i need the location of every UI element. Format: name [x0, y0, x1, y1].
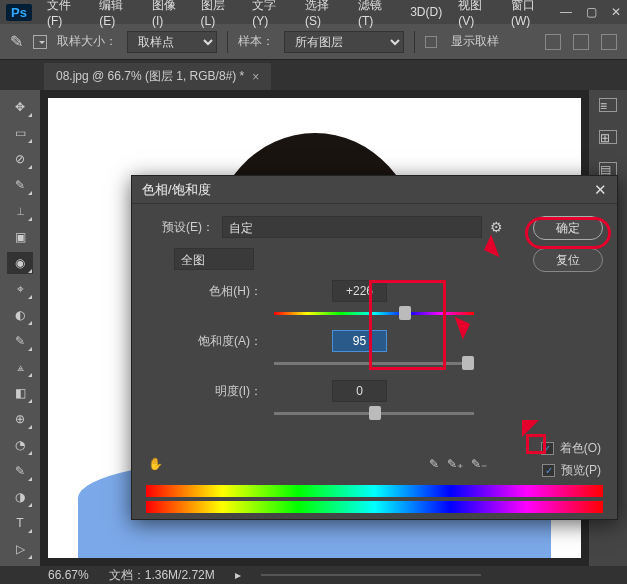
stamp-tool[interactable]: ✎ — [7, 330, 33, 352]
layers-icon[interactable]: ▤ — [599, 162, 617, 176]
hue-saturation-dialog: 色相/饱和度 ✕ 预设(E)： 自定 ⚙ 全图 色相(H)： +226 饱和度(… — [131, 175, 618, 520]
sample-select[interactable]: 所有图层 — [284, 31, 404, 53]
adjustments-icon[interactable]: ≡ — [599, 98, 617, 112]
menu-window[interactable]: 窗口(W) — [504, 0, 558, 31]
zoom-level[interactable]: 66.67% — [48, 568, 89, 582]
status-bar: 66.67% 文档：1.36M/2.72M ▸ — [0, 566, 627, 584]
lightness-slider[interactable] — [274, 406, 474, 420]
preview-label: 预览(P) — [561, 462, 601, 479]
eyedropper-tool-icon: ✎ — [10, 32, 23, 51]
tools-panel: ✥ ▭ ⊘ ✎ ⟂ ▣ ◉ ⌖ ◐ ✎ ⟁ ◧ ⊕ ◔ ✎ ◑ T ▷ — [0, 90, 40, 566]
frame-tool[interactable]: ▣ — [7, 226, 33, 248]
tool-preset-dropdown[interactable] — [33, 35, 47, 49]
spectrum-bar-top — [146, 485, 603, 497]
menu-3d[interactable]: 3D(D) — [403, 2, 449, 22]
doc-size: 文档：1.36M/2.72M — [109, 567, 215, 584]
hue-label: 色相(H)： — [174, 283, 262, 300]
brush-tool[interactable]: ◐ — [7, 304, 33, 326]
document-tab[interactable]: 08.jpg @ 66.7% (图层 1, RGB/8#) * × — [44, 63, 271, 90]
colorize-checkbox[interactable]: ✓ — [541, 442, 554, 455]
wand-tool[interactable]: ✎ — [7, 174, 33, 196]
crop-tool[interactable]: ⟂ — [7, 200, 33, 222]
maximize-icon[interactable]: ▢ — [586, 5, 597, 19]
saturation-input[interactable]: 95 — [332, 330, 387, 352]
sample-label: 样本： — [238, 33, 274, 50]
tab-close-icon[interactable]: × — [252, 70, 259, 84]
history-brush-tool[interactable]: ⟁ — [7, 356, 33, 378]
menu-view[interactable]: 视图(V) — [451, 0, 502, 31]
menu-filter[interactable]: 滤镜(T) — [351, 0, 401, 31]
preset-label: 预设(E)： — [144, 219, 214, 236]
dialog-close-icon[interactable]: ✕ — [594, 181, 607, 199]
ps-logo: Ps — [6, 4, 32, 21]
workspace-icon[interactable] — [573, 34, 589, 50]
move-tool[interactable]: ✥ — [7, 96, 33, 118]
dodge-tool[interactable]: ✎ — [7, 460, 33, 482]
swatches-icon[interactable]: ⊞ — [599, 130, 617, 144]
chevron-right-icon[interactable]: ▸ — [235, 568, 241, 582]
path-tool[interactable]: ▷ — [7, 538, 33, 560]
gear-icon[interactable]: ⚙ — [490, 219, 506, 235]
share-icon[interactable] — [601, 34, 617, 50]
sample-size-label: 取样大小： — [57, 33, 117, 50]
eyedropper-tool[interactable]: ◉ — [7, 252, 33, 274]
menu-image[interactable]: 图像(I) — [145, 0, 192, 31]
menu-edit[interactable]: 编辑(E) — [92, 0, 143, 31]
preset-select[interactable]: 自定 — [222, 216, 482, 238]
saturation-slider[interactable] — [274, 356, 474, 370]
colorize-label: 着色(O) — [560, 440, 601, 457]
preview-checkbox[interactable]: ✓ — [542, 464, 555, 477]
hand-tool-icon[interactable]: ✋ — [148, 457, 163, 471]
show-ring-label: 显示取样 — [451, 33, 499, 50]
blur-tool[interactable]: ◔ — [7, 434, 33, 456]
spectrum-bar-bottom — [146, 501, 603, 513]
close-icon[interactable]: ✕ — [611, 5, 621, 19]
marquee-tool[interactable]: ▭ — [7, 122, 33, 144]
minimize-icon[interactable]: — — [560, 5, 572, 19]
type-tool[interactable]: T — [7, 512, 33, 534]
eyedropper-icon[interactable]: ✎ — [429, 457, 439, 471]
dialog-title: 色相/饱和度 — [142, 181, 211, 199]
eyedropper-plus-icon[interactable]: ✎₊ — [447, 457, 463, 471]
saturation-label: 饱和度(A)： — [174, 333, 262, 350]
heal-tool[interactable]: ⌖ — [7, 278, 33, 300]
search-icon[interactable] — [545, 34, 561, 50]
menu-file[interactable]: 文件(F) — [40, 0, 90, 31]
lightness-label: 明度(I)： — [174, 383, 262, 400]
menu-layer[interactable]: 图层(L) — [194, 0, 244, 31]
tab-title: 08.jpg @ 66.7% (图层 1, RGB/8#) * — [56, 68, 244, 85]
show-ring-checkbox[interactable] — [425, 36, 437, 48]
menu-type[interactable]: 文字(Y) — [245, 0, 296, 31]
gradient-tool[interactable]: ⊕ — [7, 408, 33, 430]
lasso-tool[interactable]: ⊘ — [7, 148, 33, 170]
pen-tool[interactable]: ◑ — [7, 486, 33, 508]
progress-bar — [261, 574, 481, 576]
reset-button[interactable]: 复位 — [533, 248, 603, 272]
channel-select[interactable]: 全图 — [174, 248, 254, 270]
hue-input[interactable]: +226 — [332, 280, 387, 302]
eraser-tool[interactable]: ◧ — [7, 382, 33, 404]
sample-size-select[interactable]: 取样点 — [127, 31, 217, 53]
ok-button[interactable]: 确定 — [533, 216, 603, 240]
eyedropper-minus-icon[interactable]: ✎₋ — [471, 457, 487, 471]
menu-select[interactable]: 选择(S) — [298, 0, 349, 31]
document-tabs: 08.jpg @ 66.7% (图层 1, RGB/8#) * × — [0, 60, 627, 90]
hue-slider[interactable] — [274, 306, 474, 320]
menu-bar: Ps 文件(F) 编辑(E) 图像(I) 图层(L) 文字(Y) 选择(S) 滤… — [0, 0, 627, 24]
lightness-input[interactable]: 0 — [332, 380, 387, 402]
